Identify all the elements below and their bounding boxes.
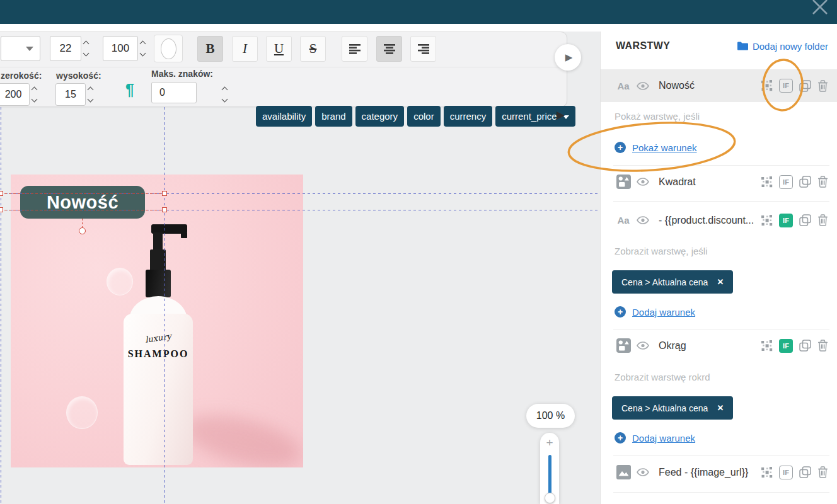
text-layer-icon: Aa [616, 215, 631, 226]
remove-condition-icon[interactable]: ✕ [717, 277, 724, 287]
align-center-button[interactable] [376, 36, 402, 62]
font-family-select[interactable] [1, 36, 40, 61]
display-if-label-2: Zobrazit warstwę rokrd [615, 372, 837, 384]
height-value: 15 [65, 89, 76, 100]
max-chars-input[interactable]: 0 [151, 82, 197, 103]
position-dissolve-icon[interactable] [761, 80, 773, 91]
show-if-label: Pokaż warstwę, jeśli [615, 111, 837, 123]
layer-row-feed[interactable]: Feed - {{image_url}} IF [601, 456, 837, 488]
trash-icon[interactable] [817, 466, 828, 478]
if-condition-icon[interactable]: IF [779, 79, 793, 93]
bold-button[interactable]: B [197, 36, 223, 62]
add-folder-link[interactable]: Dodaj nowy folder [737, 41, 828, 52]
layer-actions: IF [761, 175, 828, 189]
ellipse-swatch-icon [161, 38, 176, 59]
align-left-button[interactable] [342, 36, 367, 62]
selection-handle-top-left[interactable] [0, 191, 3, 196]
step-down-icon [32, 96, 38, 103]
nowosc-badge-layer[interactable]: Nowość [20, 186, 145, 219]
image-layer-icon [616, 465, 631, 479]
step-down-icon [88, 96, 94, 103]
selection-handle-top-right[interactable] [162, 191, 167, 196]
italic-button[interactable]: I [232, 36, 258, 62]
zoom-level-badge: 100 % [526, 404, 575, 428]
layer-row-okrag[interactable]: Okrąg IF [601, 329, 837, 362]
layer-row-nowosc[interactable]: Aa Nowość IF [601, 69, 837, 102]
if-condition-icon[interactable]: IF [779, 466, 793, 479]
if-condition-icon-active[interactable]: IF [779, 214, 793, 227]
step-down-icon [83, 50, 89, 57]
chip-currency[interactable]: currency [444, 106, 493, 127]
pilcrow-icon[interactable]: ¶ [125, 81, 134, 99]
duplicate-icon[interactable] [799, 80, 811, 92]
trash-icon[interactable] [817, 176, 828, 188]
remove-condition-icon[interactable]: ✕ [717, 403, 724, 413]
zoom-slider-track[interactable] [548, 455, 551, 498]
height-stepper[interactable] [88, 82, 93, 107]
condition-chip-label: Cena > Aktualna cena [621, 403, 708, 413]
layer-actions: IF [761, 79, 828, 93]
duplicate-icon[interactable] [799, 176, 811, 188]
chip-color[interactable]: color [407, 106, 441, 127]
selection-handle-bottom-right[interactable] [162, 207, 167, 212]
if-condition-icon-active[interactable]: IF [779, 339, 793, 353]
chevron-down-icon [26, 47, 33, 51]
step-down-icon [222, 96, 228, 103]
visibility-eye-icon[interactable] [637, 178, 649, 186]
zoom-slider-handle[interactable] [545, 493, 555, 503]
selection-handle-bottom-left[interactable] [0, 207, 3, 212]
width-stepper[interactable] [32, 82, 37, 107]
layer-label: - {{product.discount... [659, 215, 761, 226]
position-dissolve-icon[interactable] [761, 215, 773, 226]
duplicate-icon[interactable] [799, 214, 811, 226]
color-swatch-button[interactable] [154, 35, 183, 62]
underline-button[interactable]: U [266, 36, 292, 62]
layer-label: Feed - {{image_url}} [659, 467, 761, 478]
trash-icon[interactable] [817, 340, 828, 352]
chips-scroll-right-icon[interactable]: ▶ [557, 108, 565, 122]
visibility-eye-icon[interactable] [637, 82, 649, 90]
add-condition-link[interactable]: + Dodaj warunek [615, 306, 695, 318]
bold-label: B [205, 41, 214, 57]
zoom-slider[interactable]: + [540, 433, 559, 504]
font-size-input[interactable]: 22 [50, 36, 81, 61]
position-dissolve-icon[interactable] [761, 340, 773, 352]
zoom-in-button[interactable]: + [540, 436, 559, 450]
align-right-button[interactable] [410, 36, 436, 62]
add-condition-link[interactable]: + Dodaj warunek [615, 432, 695, 444]
font-size-stepper[interactable] [84, 36, 88, 61]
chip-brand[interactable]: brand [315, 106, 352, 127]
toolbar-expand-button[interactable]: ▶ [555, 44, 581, 71]
chip-availability[interactable]: availability [256, 106, 312, 127]
layers-panel: WARSTWY Dodaj nowy folder Aa Nowość IF P… [600, 24, 837, 504]
plus-circle-icon: + [615, 306, 626, 318]
position-dissolve-icon[interactable] [761, 467, 773, 478]
chip-category[interactable]: category [355, 106, 405, 127]
show-condition-link[interactable]: + Pokaż warunek [615, 141, 697, 154]
opacity-value: 100 [112, 42, 129, 55]
layers-title: WARSTWY [616, 40, 670, 52]
max-chars-stepper[interactable] [222, 82, 227, 107]
width-input[interactable]: 200 [0, 83, 30, 106]
layer-label: Kwadrat [659, 176, 761, 188]
height-input[interactable]: 15 [55, 83, 86, 106]
bubble [107, 268, 133, 295]
opacity-input[interactable]: 100 [103, 36, 138, 61]
duplicate-icon[interactable] [799, 340, 811, 352]
if-condition-icon[interactable]: IF [779, 175, 793, 189]
trash-icon[interactable] [817, 80, 828, 92]
layer-row-discount[interactable]: Aa - {{product.discount... IF [601, 204, 837, 236]
visibility-eye-icon[interactable] [637, 341, 649, 350]
strikethrough-button[interactable]: S [300, 36, 326, 62]
ruler-strip [0, 24, 837, 32]
layer-actions: IF [761, 339, 828, 353]
trash-icon[interactable] [817, 214, 828, 226]
position-dissolve-icon[interactable] [761, 176, 773, 188]
visibility-eye-icon[interactable] [637, 216, 649, 224]
opacity-stepper[interactable] [141, 36, 145, 61]
rotation-handle[interactable] [79, 227, 86, 234]
close-icon[interactable] [811, 0, 829, 17]
duplicate-icon[interactable] [799, 466, 811, 478]
visibility-eye-icon[interactable] [637, 468, 649, 476]
layer-row-kwadrat[interactable]: Kwadrat IF [601, 166, 837, 198]
